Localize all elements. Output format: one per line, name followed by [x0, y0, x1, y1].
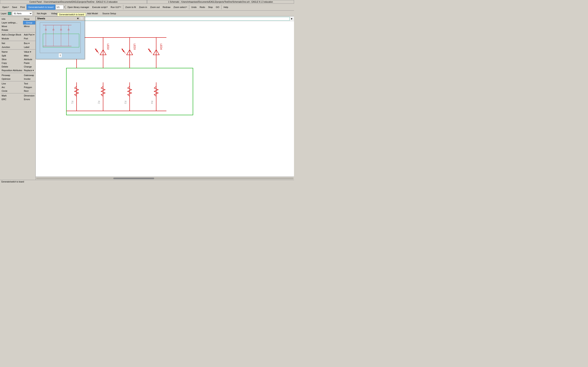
menu-item-mirror[interactable]: Mirror: [23, 25, 35, 28]
run-ulp-arrow: ▾: [120, 6, 121, 8]
menu-item-split[interactable]: Split: [1, 54, 23, 58]
title-bar-left: Control Panel - /Users/rehaanirani/Docum…: [0, 0, 147, 4]
go-button[interactable]: GO: [214, 4, 221, 10]
menu-item-delete[interactable]: Delete: [1, 65, 23, 68]
toolbar-divider-1: [65, 5, 66, 9]
toolbar-divider-3: [189, 5, 189, 9]
menu-item-gateswap[interactable]: Gateswap: [23, 73, 35, 77]
page-selector-input[interactable]: [56, 5, 64, 9]
menu-item-rect[interactable]: Rect: [23, 89, 35, 93]
menu-item-label[interactable]: Label: [23, 45, 35, 49]
menu-item-pinswap[interactable]: Pinswap: [1, 73, 23, 77]
menu-item-value[interactable]: Value ▾: [23, 50, 35, 54]
sheets-expand-button[interactable]: ⬜: [80, 17, 83, 20]
main-toolbar: Open ▾ Save Print Generate/switch to boa…: [0, 4, 294, 11]
sheets-content: 1: [36, 21, 85, 59]
sheets-panel-header: Sheets ✕ ⬜: [36, 17, 85, 21]
left-panel-menu: Info Show Layer settings... Group Move M…: [0, 16, 35, 102]
save-button[interactable]: Save: [11, 4, 18, 10]
cmd-dropdown-arrow[interactable]: ▾: [290, 17, 293, 20]
execute-script-button[interactable]: Execute script ▾: [91, 4, 109, 10]
menu-item-attribute[interactable]: Attribute: [23, 58, 35, 61]
menu-item-move[interactable]: Move: [1, 25, 23, 28]
horizontal-scrollbar[interactable]: [36, 176, 294, 180]
open-button[interactable]: Open ▾: [1, 4, 10, 10]
undo-button[interactable]: Undo: [190, 4, 198, 10]
menu-item-slice[interactable]: Slice: [1, 58, 23, 61]
menu-item-circle[interactable]: Circle: [1, 89, 23, 93]
status-text: Generate/switch to board: [1, 181, 24, 183]
menu-item-change[interactable]: Change: [23, 65, 35, 68]
menu-item-show[interactable]: Show: [23, 17, 35, 21]
title-bar-right: 1 Schematic - /Users/rehaanirani/Documen…: [147, 0, 294, 4]
separator-3: [1, 49, 35, 50]
menu-item-invoke[interactable]: Invoke: [23, 77, 35, 81]
command-input[interactable]: [58, 17, 290, 21]
layer-label: Layer:: [1, 12, 7, 15]
redraw-button[interactable]: Redraw: [161, 4, 172, 10]
menu-item-text[interactable]: Text: [23, 82, 35, 85]
menu-item-port[interactable]: Port: [23, 37, 35, 40]
add-model-button[interactable]: Add Model: [85, 11, 100, 16]
menu-item-optimize[interactable]: Optimize: [1, 77, 23, 81]
redo-button[interactable]: Redo: [198, 4, 207, 10]
execute-script-arrow: ▾: [107, 6, 108, 8]
menu-item-empty1: [23, 28, 35, 32]
menu-item-replace[interactable]: Replace ▾: [23, 68, 35, 72]
net-angle-button[interactable]: Net Angle: [35, 11, 49, 16]
sheet-number: 1: [59, 53, 62, 57]
menu-item-dimension[interactable]: Dimension: [23, 94, 35, 98]
status-bar: Generate/switch to board: [0, 180, 294, 184]
run-ulp-button[interactable]: Run ULP ▾: [109, 4, 122, 10]
toolbar-divider-4: [221, 5, 222, 9]
svg-text:LED2: LED2: [107, 44, 109, 50]
menu-item-reposition-attr[interactable]: Reposition Attributes: [1, 68, 23, 72]
separator-6: [1, 93, 35, 93]
separator-2: [1, 41, 35, 41]
layer-dropdown[interactable]: 91 Nets: [12, 11, 33, 16]
separator-5: [1, 81, 35, 81]
menu-item-arc[interactable]: Arc: [1, 85, 23, 89]
menu-item-rotate[interactable]: Rotate: [1, 28, 23, 32]
menu-item-paste[interactable]: Paste: [23, 61, 35, 65]
menu-item-miter[interactable]: Miter: [23, 54, 35, 58]
sheets-panel: Sheets ✕ ⬜: [36, 16, 85, 59]
print-button[interactable]: Print: [19, 4, 26, 10]
menu-item-copy[interactable]: Copy: [1, 61, 23, 65]
svg-text:LED4: LED4: [160, 44, 163, 50]
menu-item-mark[interactable]: Mark: [1, 94, 23, 98]
menu-item-layer-settings[interactable]: Layer settings...: [1, 21, 23, 25]
secondary-toolbar: Layer: 91 Nets Net Angle Voltage Probe P…: [0, 11, 294, 16]
sheets-close-button[interactable]: ✕: [77, 17, 79, 20]
menu-item-errors[interactable]: Errors: [23, 98, 35, 101]
page-selector-arrow[interactable]: ▾: [64, 6, 65, 8]
toolbar-divider-2: [123, 5, 123, 9]
svg-text:R3: R3: [124, 101, 127, 104]
source-setup-button[interactable]: Source Setup: [101, 11, 118, 16]
zoom-in-button[interactable]: Zoom in: [138, 4, 149, 10]
menu-item-junction[interactable]: Junction: [1, 45, 23, 49]
menu-item-group[interactable]: Group: [23, 21, 35, 25]
scrollbar-thumb[interactable]: [113, 178, 154, 179]
zoom-to-fit-button[interactable]: Zoom to fit: [124, 4, 138, 10]
menu-item-add-design-block[interactable]: Add a Design Block: [1, 33, 23, 37]
stop-button[interactable]: Stop: [207, 4, 214, 10]
layer-color-swatch: [8, 12, 11, 15]
menu-item-net[interactable]: Net: [1, 42, 23, 45]
sheet-thumbnail-svg: [40, 23, 81, 53]
generate-switch-button[interactable]: Generate/switch to board: [26, 4, 55, 10]
help-button[interactable]: Help: [222, 4, 230, 10]
menu-item-erc[interactable]: ERC: [1, 98, 23, 101]
menu-item-info[interactable]: Info: [1, 17, 23, 21]
menu-item-module[interactable]: Module: [1, 37, 23, 40]
zoom-out-button[interactable]: Zoom out: [149, 4, 161, 10]
menu-item-polygon[interactable]: Polygon: [23, 85, 35, 89]
zoom-select-button[interactable]: Zoom select ▾: [172, 4, 189, 10]
menu-item-name[interactable]: Name: [1, 50, 23, 54]
menu-item-bus[interactable]: Bus ▾: [23, 42, 35, 45]
menu-item-line[interactable]: Line: [1, 82, 23, 85]
layer-selector: Layer: 91 Nets: [1, 11, 33, 16]
open-library-manager-button[interactable]: Open library manager: [66, 4, 91, 10]
sheet-thumbnail[interactable]: [40, 22, 81, 53]
menu-item-add-part[interactable]: Add Part ▾: [23, 33, 35, 37]
